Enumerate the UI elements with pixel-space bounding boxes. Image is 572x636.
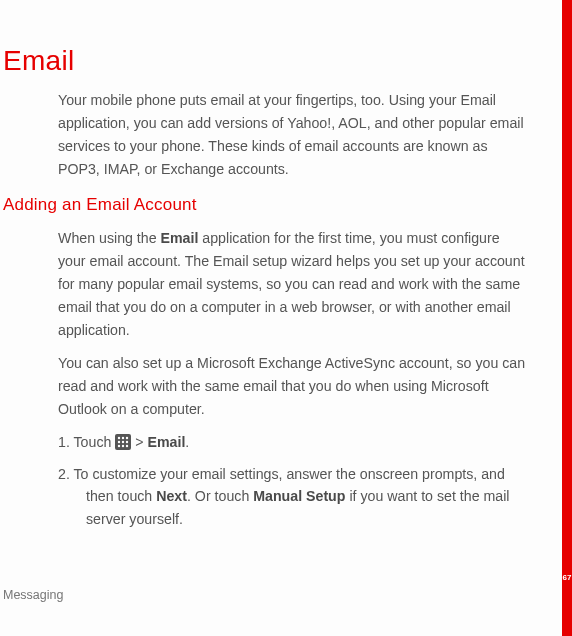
step1-end: . bbox=[185, 434, 189, 450]
document-page: 67 Email Your mobile phone puts email at… bbox=[0, 0, 572, 636]
step-2: 2. To customize your email settings, ans… bbox=[58, 463, 530, 531]
svg-point-4 bbox=[118, 441, 120, 443]
svg-point-2 bbox=[122, 437, 124, 439]
steps-list: 1. Touch > Email. 2. To customize your e… bbox=[58, 431, 530, 531]
heading-email: Email bbox=[3, 45, 530, 77]
svg-point-1 bbox=[118, 437, 120, 439]
para1-email-bold: Email bbox=[161, 230, 199, 246]
svg-point-5 bbox=[122, 441, 124, 443]
para1-a: When using the bbox=[58, 230, 161, 246]
svg-point-9 bbox=[126, 445, 128, 447]
intro-text: Your mobile phone puts email at your fin… bbox=[58, 89, 530, 181]
step2-hang-a: then touch bbox=[86, 488, 156, 504]
para1-b: application for the first time, you must… bbox=[58, 230, 525, 338]
step-1: 1. Touch > Email. bbox=[58, 431, 530, 454]
step2-hang: then touch Next. Or touch Manual Setup i… bbox=[58, 485, 530, 530]
svg-point-3 bbox=[126, 437, 128, 439]
body-paragraphs: When using the Email application for the… bbox=[58, 227, 530, 421]
side-red-bar bbox=[562, 0, 572, 636]
svg-point-8 bbox=[122, 445, 124, 447]
paragraph-2: You can also set up a Microsoft Exchange… bbox=[58, 352, 530, 421]
step1-gt: > bbox=[131, 434, 147, 450]
apps-grid-icon bbox=[115, 434, 131, 450]
step1-email-bold: Email bbox=[148, 434, 186, 450]
page-number: 67 bbox=[562, 572, 572, 584]
subheading-adding-account: Adding an Email Account bbox=[3, 195, 530, 215]
step2-line1: 2. To customize your email settings, ans… bbox=[58, 466, 505, 482]
paragraph-1: When using the Email application for the… bbox=[58, 227, 530, 342]
step2-manual-bold: Manual Setup bbox=[253, 488, 345, 504]
svg-point-6 bbox=[126, 441, 128, 443]
intro-paragraph: Your mobile phone puts email at your fin… bbox=[58, 89, 530, 181]
footer-label: Messaging bbox=[3, 588, 63, 602]
step2-mid: . Or touch bbox=[187, 488, 253, 504]
step2-next-bold: Next bbox=[156, 488, 187, 504]
svg-point-7 bbox=[118, 445, 120, 447]
step1-text-a: 1. Touch bbox=[58, 434, 115, 450]
